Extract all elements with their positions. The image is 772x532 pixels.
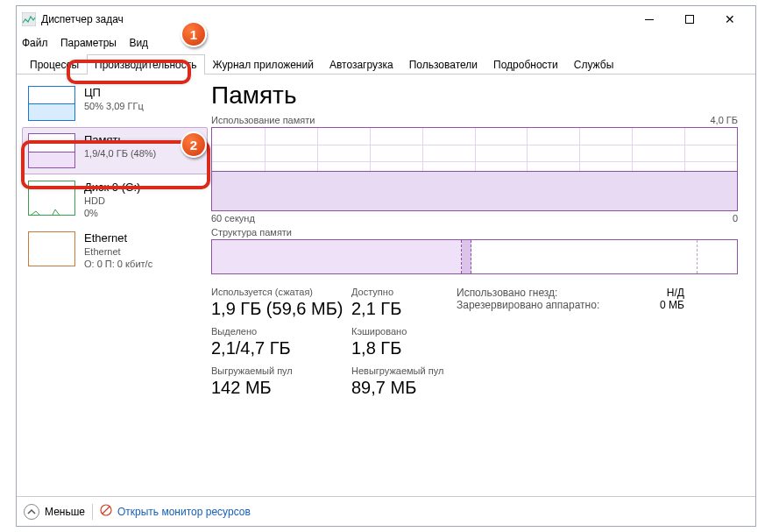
ethernet-sparkline-icon xyxy=(28,231,75,266)
disk-sparkline-icon xyxy=(28,181,75,216)
menubar: Файл Параметры Вид xyxy=(17,32,755,53)
stat-cached-label: Кэшировано xyxy=(351,326,457,337)
app-icon xyxy=(22,12,36,26)
task-manager-window: Диспетчер задач ✕ Файл Параметры Вид Про… xyxy=(16,5,756,527)
sidebar-item-label: Диск 0 (C:) xyxy=(84,181,140,195)
stat-paged-value: 142 МБ xyxy=(211,378,351,398)
stat-nonpaged-label: Невыгружаемый пул xyxy=(351,365,457,376)
stat-avail-value: 2,1 ГБ xyxy=(351,299,457,319)
chart-ymax: 4,0 ГБ xyxy=(710,115,738,125)
content-area: ЦП 50% 3,09 ГГц Память 1,9/4,0 ГБ (48%) xyxy=(17,74,755,496)
tab-apphistory[interactable]: Журнал приложений xyxy=(205,54,322,74)
memory-usage-chart[interactable] xyxy=(211,127,738,211)
fewer-details-label: Меньше xyxy=(45,506,85,518)
page-title: Память xyxy=(211,82,738,110)
chart-xright: 0 xyxy=(733,213,738,223)
sidebar-item-ethernet[interactable]: Ethernet Ethernet О: 0 П: 0 кбит/с xyxy=(22,225,208,276)
slots-label: Использовано гнезд: xyxy=(457,287,557,299)
chevron-up-icon xyxy=(24,504,39,520)
tabstrip: Процессы Производительность Журнал прило… xyxy=(17,53,755,74)
menu-file[interactable]: Файл xyxy=(22,37,48,49)
tab-services[interactable]: Службы xyxy=(566,54,621,74)
hwres-label: Зарезервировано аппаратно: xyxy=(457,299,599,311)
sidebar-item-label: Ethernet xyxy=(84,231,152,245)
slots-value: Н/Д xyxy=(667,287,684,299)
stat-used-label: Используется (сжатая) xyxy=(211,287,351,297)
memory-sparkline-icon xyxy=(28,133,75,168)
hwres-value: 0 МБ xyxy=(660,299,684,311)
menu-view[interactable]: Вид xyxy=(129,37,148,49)
open-resource-monitor-link[interactable]: Открыть монитор ресурсов xyxy=(100,504,251,519)
perf-sidebar: ЦП 50% 3,09 ГГц Память 1,9/4,0 ГБ (48%) xyxy=(17,74,208,496)
fewer-details-button[interactable]: Меньше xyxy=(24,504,85,520)
stat-avail-label: Доступно xyxy=(351,287,457,297)
stat-commit-value: 2,1/4,7 ГБ xyxy=(211,338,351,358)
memory-composition-chart[interactable] xyxy=(211,239,738,274)
minimize-button[interactable] xyxy=(629,6,669,32)
stat-commit-label: Выделено xyxy=(211,326,351,337)
sidebar-item-sub: 1,9/4,0 ГБ (48%) xyxy=(84,147,156,160)
resource-monitor-icon xyxy=(100,504,112,519)
cpu-sparkline-icon xyxy=(28,86,75,121)
tab-users[interactable]: Пользователи xyxy=(401,54,485,74)
sidebar-item-sub: Ethernet xyxy=(84,245,152,258)
footer: Меньше Открыть монитор ресурсов xyxy=(17,496,755,526)
tab-performance[interactable]: Производительность xyxy=(87,54,204,74)
tab-startup[interactable]: Автозагрузка xyxy=(322,54,401,74)
sidebar-item-disk[interactable]: Диск 0 (C:) HDD 0% xyxy=(22,174,208,225)
svg-line-2 xyxy=(103,507,110,514)
tab-details[interactable]: Подробности xyxy=(485,54,566,74)
close-button[interactable]: ✕ xyxy=(710,6,750,32)
sidebar-item-cpu[interactable]: ЦП 50% 3,09 ГГц xyxy=(22,80,208,127)
sidebar-item-label: ЦП xyxy=(84,86,144,100)
stat-cached-value: 1,8 ГБ xyxy=(351,338,457,358)
struct-chart-label: Структура памяти xyxy=(211,227,292,238)
main-panel: Память Использование памяти 4,0 ГБ 60 се… xyxy=(208,74,755,496)
open-resource-monitor-label: Открыть монитор ресурсов xyxy=(117,506,251,518)
menu-options[interactable]: Параметры xyxy=(60,37,117,49)
tab-processes[interactable]: Процессы xyxy=(22,54,87,74)
sidebar-item-label: Память xyxy=(84,133,156,147)
footer-separator xyxy=(92,504,93,520)
chart-xleft: 60 секунд xyxy=(211,213,255,223)
sidebar-item-memory[interactable]: Память 1,9/4,0 ГБ (48%) xyxy=(22,127,208,174)
sidebar-item-sub2: О: 0 П: 0 кбит/с xyxy=(84,258,152,270)
sidebar-item-sub: 50% 3,09 ГГц xyxy=(84,100,144,112)
stat-used-value: 1,9 ГБ (59,6 МБ) xyxy=(211,299,351,319)
chart-label: Использование памяти xyxy=(211,115,315,125)
sidebar-item-sub: HDD xyxy=(84,195,140,207)
sidebar-item-sub2: 0% xyxy=(84,207,140,219)
stat-paged-label: Выгружаемый пул xyxy=(211,365,351,376)
stat-nonpaged-value: 89,7 МБ xyxy=(351,378,457,398)
titlebar: Диспетчер задач ✕ xyxy=(17,6,755,32)
window-title: Диспетчер задач xyxy=(41,13,629,25)
maximize-button[interactable] xyxy=(669,6,710,32)
